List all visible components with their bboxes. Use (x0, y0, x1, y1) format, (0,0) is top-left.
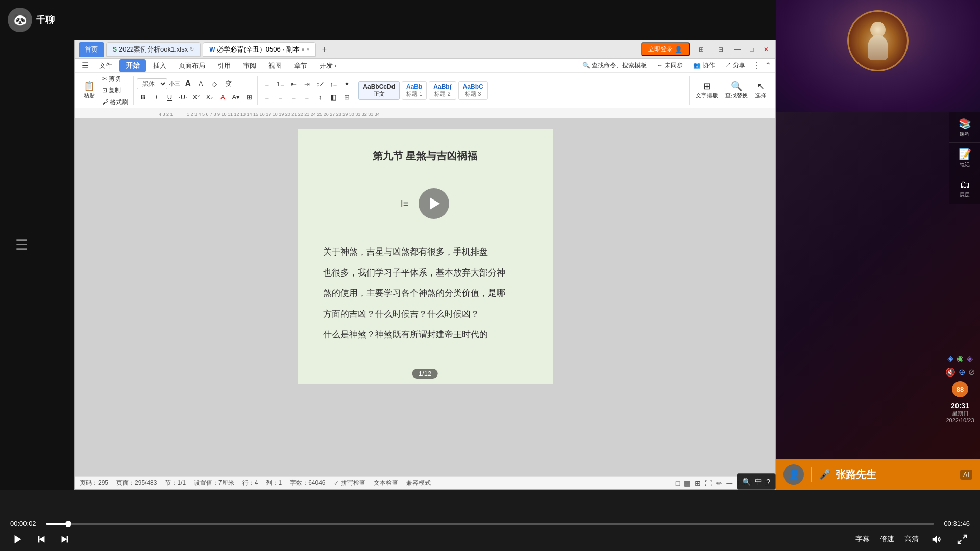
font-special-btn[interactable]: 变 (222, 78, 234, 90)
tray-search-icon[interactable]: 🔍 (742, 478, 751, 486)
tab-add-button[interactable]: + (318, 43, 330, 56)
minimize-btn[interactable]: — (732, 44, 743, 55)
font-clear-btn[interactable]: ◇ (208, 78, 220, 90)
line-spacing-btn[interactable]: ↕ (314, 91, 326, 103)
grid-btn[interactable]: ⊟ (713, 45, 728, 54)
fullscreen-button[interactable] (954, 532, 970, 547)
status-view-normal[interactable]: □ (676, 479, 680, 487)
vertical-divider (811, 467, 812, 482)
copy-btn[interactable]: ⊡ 复制 (99, 85, 131, 96)
video-play-btn[interactable] (419, 188, 449, 219)
tab-home[interactable]: 首页 (79, 42, 104, 57)
tab-doc-active[interactable]: W 必学必背(辛丑）0506 · 副本 ● × (203, 42, 316, 57)
font-color-btn[interactable]: A (216, 91, 229, 103)
bold-btn[interactable]: B (137, 91, 149, 103)
login-button[interactable]: 立即登录 👤 (641, 42, 690, 56)
font-group: 黑体 宋体 小三 A A ◇ 变 B I U (135, 76, 258, 105)
superscript-btn[interactable]: X² (190, 91, 202, 103)
align-right-btn[interactable]: ≡ (287, 91, 300, 103)
select-btn[interactable]: ↖ 选择 (752, 77, 769, 104)
font-size-down-btn[interactable]: A (194, 78, 207, 90)
align-left-btn[interactable]: ≡ (261, 91, 273, 103)
next-button[interactable] (57, 532, 72, 547)
share-btn[interactable]: ↗ 分享 (722, 60, 748, 71)
cut-btn[interactable]: ✂ 剪切 (99, 73, 131, 84)
zoom-out-btn[interactable]: — (726, 480, 732, 487)
status-text-check[interactable]: 文本检查 (374, 479, 398, 487)
ribbon-start-btn[interactable]: 开始 (119, 59, 146, 72)
svg-rect-7 (67, 536, 68, 543)
fullscreen-icon (957, 534, 968, 545)
sidebar-item-kechen[interactable]: 📚 课程 (949, 112, 980, 143)
underline-btn[interactable]: U (163, 91, 176, 103)
progress-bar[interactable] (46, 523, 934, 525)
paste-btn[interactable]: 📋 粘贴 (81, 77, 98, 104)
collab-btn[interactable]: 👥 协作 (690, 60, 718, 71)
format-painter-btn[interactable]: 🖌 格式刷 (99, 97, 131, 108)
strikethrough-btn[interactable]: ·U· (177, 91, 189, 103)
layout-btn[interactable]: ⊞ (694, 45, 709, 54)
style-h3[interactable]: AaBbC 标题 3 (458, 81, 488, 100)
ribbon-menu-ref[interactable]: 引用 (212, 60, 236, 71)
tab-excel[interactable]: S 2022案例分析ook1.xlsx ↻ (106, 42, 201, 57)
border-btn[interactable]: ⊞ (243, 91, 255, 103)
text-layout-btn[interactable]: ⊞ 文字排版 (693, 77, 721, 104)
ribbon-menu-hamburger[interactable]: ☰ (79, 60, 92, 71)
ribbon-menu-dev[interactable]: 开发 › (314, 60, 342, 71)
sort-btn[interactable]: ↕Z (314, 78, 326, 90)
highlight-btn[interactable]: A▾ (230, 91, 242, 103)
ribbon-menu-page[interactable]: 页面布局 (174, 60, 210, 71)
ribbon-menu-file[interactable]: 文件 (94, 60, 117, 71)
bullet-list-btn[interactable]: ≡ (261, 78, 273, 90)
volume-button[interactable] (929, 532, 944, 547)
status-view-full[interactable]: ⛶ (705, 479, 712, 487)
subscript-btn[interactable]: X₂ (203, 91, 215, 103)
tab-doc-close[interactable]: × (307, 46, 310, 52)
indent-increase-btn[interactable]: ⇥ (301, 78, 313, 90)
numbered-list-btn[interactable]: 1≡ (274, 78, 286, 90)
font-size-up-btn[interactable]: A (182, 78, 194, 90)
font-name-select[interactable]: 黑体 宋体 (137, 78, 167, 89)
ribbon-menu-chapter[interactable]: 章节 (289, 60, 312, 71)
list-menu-icon[interactable]: ☰ (15, 237, 28, 254)
speed-btn[interactable]: 倍速 (880, 535, 894, 544)
special-symbol-btn[interactable]: ✦ (340, 78, 353, 90)
document-area[interactable]: 第九节 星煞与吉凶祸福 I≡ 关于神煞，吉星与凶煞都有很多，手机排盘 也很多，我… (75, 118, 775, 476)
ribbon-more-btn[interactable]: ⋮ (752, 61, 761, 70)
tray-lang-icon[interactable]: 中 (755, 477, 762, 486)
sidebar-item-zhanceng[interactable]: 🗂 展层 (949, 173, 980, 204)
align-justify-btn[interactable]: ≡ (301, 91, 313, 103)
ribbon-collapse-btn[interactable]: ⌃ (765, 61, 771, 70)
style-h2[interactable]: AaBb( 标题 2 (429, 81, 456, 100)
shading-btn[interactable]: ◧ (327, 91, 339, 103)
subtitle-btn[interactable]: 字幕 (855, 535, 870, 544)
find-replace-btn[interactable]: 🔍 查找替换 (722, 77, 751, 104)
progress-thumb (65, 521, 71, 527)
indent-decrease-btn[interactable]: ⇤ (287, 78, 300, 90)
style-normal[interactable]: AaBbCcDd 正文 (358, 81, 400, 100)
border-para-btn[interactable]: ⊞ (340, 91, 353, 103)
italic-btn[interactable]: I (150, 91, 162, 103)
status-pen[interactable]: ✏ (716, 479, 722, 487)
status-spell[interactable]: ✓ 拼写检查 (334, 479, 365, 487)
status-view-web[interactable]: ⊞ (695, 479, 701, 487)
ribbon-menu-review[interactable]: 审阅 (238, 60, 261, 71)
align-center-btn[interactable]: ≡ (274, 91, 286, 103)
play-button[interactable] (10, 532, 26, 547)
status-view-print[interactable]: ▤ (684, 479, 691, 487)
search-command-btn[interactable]: 🔍 查找命令、搜索模板 (579, 60, 650, 71)
close-btn[interactable]: ✕ (761, 44, 771, 55)
ruler-svg: 4 3 2 1 1 2 3 4 5 6 7 8 9 10 11 12 13 14… (80, 108, 770, 118)
sync-btn[interactable]: ↔ 未同步 (654, 60, 686, 71)
ribbon-menu-insert[interactable]: 插入 (148, 60, 172, 71)
tab-excel-refresh[interactable]: ↻ (190, 46, 194, 52)
quality-btn[interactable]: 高清 (904, 535, 919, 544)
tray-help-icon[interactable]: ? (766, 478, 770, 486)
prev-button[interactable] (34, 532, 49, 547)
style-h1[interactable]: AaBb 标题 1 (402, 81, 427, 100)
maximize-btn[interactable]: □ (747, 44, 757, 55)
volume-icon (931, 534, 942, 545)
para-space-btn[interactable]: ↕≡ (327, 78, 339, 90)
ribbon-menu-view[interactable]: 视图 (263, 60, 287, 71)
sidebar-item-biji[interactable]: 📝 笔记 (949, 143, 980, 173)
